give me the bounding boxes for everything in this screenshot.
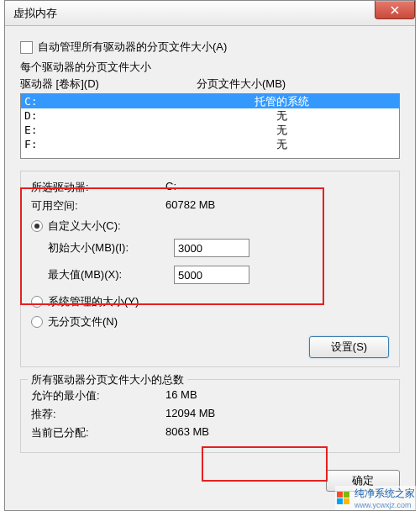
current-alloc-value: 8063 MB [165, 425, 389, 440]
min-allowed-value: 16 MB [165, 388, 389, 403]
drive-row-c[interactable]: C: 托管的系统 [21, 94, 399, 108]
per-drive-label: 每个驱动器的分页文件大小 [20, 60, 400, 75]
close-button[interactable] [375, 1, 415, 19]
totals-legend: 所有驱动器分页文件大小的总数 [28, 372, 187, 387]
selected-drive-label: 所选驱动器: [31, 180, 165, 195]
selected-drive-value: C: [165, 180, 389, 195]
radio-custom-input[interactable] [31, 220, 43, 232]
radio-no-paging[interactable]: 无分页文件(N) [31, 314, 389, 329]
titlebar: 虚拟内存 [5, 1, 415, 26]
initial-size-label: 初始大小(MB)(I): [48, 240, 174, 256]
free-space-value: 60782 MB [165, 198, 389, 213]
auto-manage-label: 自动管理所有驱动器的分页文件大小(A) [38, 40, 227, 55]
max-size-input[interactable] [174, 266, 249, 284]
watermark: 纯净系统之家 www.ycwxjz.com [335, 486, 417, 510]
drive-list-header: 驱动器 [卷标](D) 分页文件大小(MB) [20, 76, 400, 92]
radio-system-label: 系统管理的大小(Y) [48, 294, 139, 309]
radio-system-input[interactable] [31, 296, 43, 308]
drive-settings-group: 所选驱动器: C: 可用空间: 60782 MB 自定义大小(C): 初始大小(… [20, 171, 400, 367]
drive-row-d[interactable]: D: 无 [21, 108, 399, 123]
set-button[interactable]: 设置(S) [309, 336, 389, 358]
drive-list[interactable]: C: 托管的系统 D: 无 E: 无 F: 无 [20, 93, 400, 159]
virtual-memory-dialog: 虚拟内存 自动管理所有驱动器的分页文件大小(A) 每个驱动器的分页文件大小 驱动… [4, 0, 416, 511]
initial-size-input[interactable] [174, 239, 249, 257]
col-size-header: 分页文件大小(MB) [197, 76, 400, 92]
free-space-label: 可用空间: [31, 198, 165, 213]
windows-logo-icon [337, 492, 350, 505]
radio-custom-size[interactable]: 自定义大小(C): [31, 219, 389, 234]
col-drive-header: 驱动器 [卷标](D) [20, 76, 197, 92]
watermark-text: 纯净系统之家 [354, 487, 415, 501]
current-alloc-label: 当前已分配: [31, 425, 165, 440]
min-allowed-label: 允许的最小值: [31, 388, 165, 403]
auto-manage-checkbox[interactable] [20, 41, 33, 54]
totals-fieldset: 所有驱动器分页文件大小的总数 允许的最小值: 16 MB 推荐: 12094 M… [20, 379, 400, 453]
max-size-label: 最大值(MB)(X): [48, 267, 174, 282]
recommended-label: 推荐: [31, 407, 165, 422]
recommended-value: 12094 MB [165, 407, 389, 422]
watermark-url: www.ycwxjz.com [354, 501, 415, 509]
drive-row-f[interactable]: F: 无 [21, 137, 399, 151]
close-icon [391, 6, 399, 14]
auto-manage-row[interactable]: 自动管理所有驱动器的分页文件大小(A) [20, 40, 400, 55]
window-title: 虚拟内存 [13, 6, 57, 21]
drive-row-e[interactable]: E: 无 [21, 123, 399, 137]
radio-custom-label: 自定义大小(C): [48, 219, 121, 234]
radio-system-managed[interactable]: 系统管理的大小(Y) [31, 294, 389, 309]
radio-none-input[interactable] [31, 316, 43, 328]
radio-none-label: 无分页文件(N) [48, 314, 118, 329]
dialog-content: 自动管理所有驱动器的分页文件大小(A) 每个驱动器的分页文件大小 驱动器 [卷标… [5, 26, 415, 461]
